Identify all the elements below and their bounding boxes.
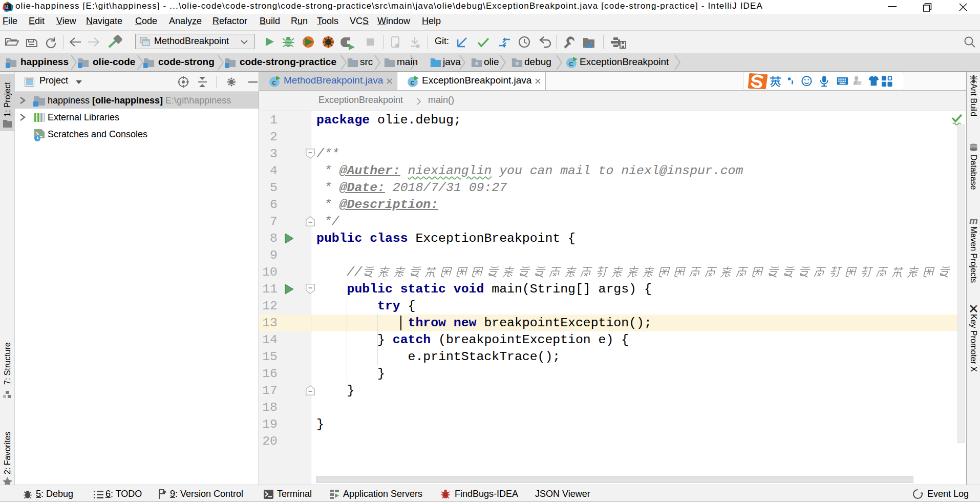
svg-text:IJ: IJ [5,5,8,8]
svg-text:c: c [569,59,573,68]
svg-text:2: 2 [858,81,860,86]
svg-text:c: c [272,78,276,87]
svg-text:c: c [411,78,415,87]
